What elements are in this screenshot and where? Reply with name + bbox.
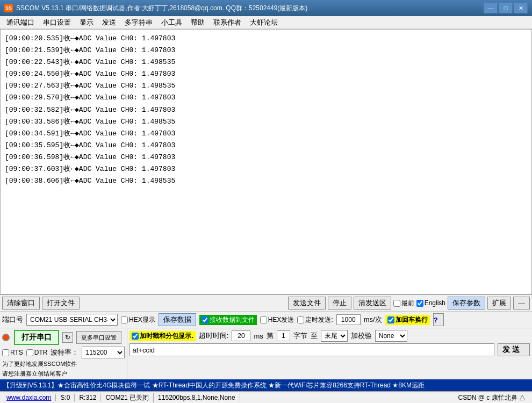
log-line: [09:00:29.570]收←◆ADC Value CH0: 1.497803 bbox=[5, 92, 527, 104]
window-controls: — □ ✕ bbox=[484, 3, 528, 13]
info-row2: 请您注册嘉立创结尾客户 bbox=[2, 370, 125, 378]
last-checkbox[interactable] bbox=[393, 300, 400, 307]
more-ports-button[interactable]: 更多串口设置 bbox=[76, 331, 121, 344]
ticker-text: 【升级到V5.13.1】★合宙高性价比4G模块值得一试 ★RT-Thread中国… bbox=[3, 381, 425, 390]
log-line: [09:00:36.598]收←◆ADC Value CH0: 1.497803 bbox=[5, 152, 527, 163]
save-params-button[interactable]: 保存参数 bbox=[448, 297, 485, 310]
bottom-panel: 清除窗口 打开文件 发送文件 停止 清发送区 最前 English 保存参数 扩… bbox=[0, 294, 532, 379]
toolbar-row2: 端口号 COM21 USB-SERIAL CH340 HEX显示 保存数据 接收… bbox=[0, 312, 532, 328]
baud-info: 115200bps,8,1,None,None bbox=[154, 394, 240, 401]
refresh-button[interactable]: ↻ bbox=[62, 332, 73, 343]
log-line: [09:00:38.606]收←◆ADC Value CH0: 1.498535 bbox=[5, 175, 527, 187]
open-port-row: 打开串口 ↻ 更多串口设置 bbox=[2, 330, 125, 345]
receive-to-file-checkbox[interactable] bbox=[202, 316, 209, 323]
baud-select[interactable]: 115200 bbox=[82, 347, 125, 358]
expand-button[interactable]: 扩展 bbox=[487, 297, 511, 310]
timeout-input[interactable] bbox=[232, 330, 250, 341]
menu-display[interactable]: 显示 bbox=[75, 17, 98, 28]
open-port-button[interactable]: 打开串口 bbox=[14, 330, 59, 345]
send-button[interactable]: 发 送 bbox=[498, 343, 530, 356]
csdn-info: CSDN @ c 康忙北鼻 △ bbox=[454, 393, 530, 402]
menu-communication-port[interactable]: 通讯端口 bbox=[2, 17, 39, 28]
timestamp-checkbox[interactable] bbox=[132, 333, 139, 340]
port-label: 端口号 bbox=[2, 315, 23, 325]
timestamp-row: 加时戳和分包显示. 超时时间: ms 第 字节 至 末尾 加校验 None bbox=[130, 330, 530, 342]
collapse-button[interactable]: — bbox=[513, 297, 530, 310]
byte-unit-label: 字节 bbox=[293, 331, 307, 341]
menu-bar: 通讯端口 串口设置 显示 发送 多字符串 小工具 帮助 联系作者 大虾论坛 bbox=[0, 16, 532, 29]
timed-send-checkbox[interactable] bbox=[297, 316, 304, 323]
menu-multi-string[interactable]: 多字符串 bbox=[120, 17, 157, 28]
rts-label[interactable]: RTS bbox=[2, 349, 23, 356]
port-select[interactable]: COM21 USB-SERIAL CH340 bbox=[26, 314, 118, 326]
log-line: [09:00:37.603]收←◆ADC Value CH0: 1.497803 bbox=[5, 163, 527, 175]
info-text2: 请您注册嘉立创结尾客户 bbox=[2, 370, 67, 378]
maximize-button[interactable]: □ bbox=[499, 3, 513, 13]
s-count: S:0 bbox=[56, 394, 75, 401]
dtr-checkbox[interactable] bbox=[26, 349, 33, 356]
rts-checkbox[interactable] bbox=[2, 349, 9, 356]
close-button[interactable]: ✕ bbox=[514, 3, 528, 13]
menu-contact[interactable]: 联系作者 bbox=[209, 17, 246, 28]
timestamp-label[interactable]: 加时戳和分包显示. bbox=[130, 331, 195, 341]
send-controls: 加时戳和分包显示. 超时时间: ms 第 字节 至 末尾 加校验 None bbox=[127, 328, 532, 379]
last-checkbox-label[interactable]: 最前 bbox=[393, 299, 414, 308]
checksum-label: 加校验 bbox=[351, 331, 372, 341]
menu-help[interactable]: 帮助 bbox=[186, 17, 209, 28]
baud-label: 波特率： bbox=[51, 348, 78, 357]
end-select[interactable]: 末尾 bbox=[321, 330, 348, 342]
log-line: [09:00:35.595]收←◆ADC Value CH0: 1.497803 bbox=[5, 140, 527, 152]
log-line: [09:00:22.543]收←◆ADC Value CH0: 1.498535 bbox=[5, 56, 527, 68]
main-content: [09:00:20.535]收←◆ADC Value CH0: 1.497803… bbox=[0, 29, 532, 403]
send-input[interactable] bbox=[130, 343, 494, 356]
port-controls: 打开串口 ↻ 更多串口设置 RTS DTR 波特率： 115200 bbox=[0, 328, 127, 379]
log-line: [09:00:27.563]收←◆ADC Value CH0: 1.498535 bbox=[5, 80, 527, 92]
save-data-button[interactable]: 保存数据 bbox=[159, 313, 196, 326]
byte-num-input[interactable] bbox=[277, 330, 290, 341]
stop-button[interactable]: 停止 bbox=[328, 297, 351, 310]
log-line: [09:00:33.586]收←◆ADC Value CH0: 1.498535 bbox=[5, 116, 527, 128]
timed-interval-input[interactable] bbox=[336, 314, 361, 325]
timeout-unit-label: ms bbox=[254, 332, 263, 340]
add-crlf-checkbox[interactable] bbox=[387, 316, 394, 323]
menu-send[interactable]: 发送 bbox=[98, 17, 120, 28]
help-button[interactable]: ? bbox=[433, 313, 444, 326]
english-checkbox-label[interactable]: English bbox=[416, 299, 445, 307]
dtr-label[interactable]: DTR bbox=[26, 349, 48, 356]
receive-to-file-label[interactable]: 接收数据到文件 bbox=[199, 315, 257, 325]
open-file-button[interactable]: 打开文件 bbox=[42, 297, 80, 310]
timeout-label: 超时时间: bbox=[199, 331, 229, 341]
toolbar-row3-combined: 打开串口 ↻ 更多串口设置 RTS DTR 波特率： 115200 bbox=[0, 328, 532, 379]
log-line: [09:00:34.591]收←◆ADC Value CH0: 1.497803 bbox=[5, 128, 527, 140]
title-text: SSCOM V5.13.1 串口/网络数据调试器,作者:大虾丁丁,2618058… bbox=[16, 4, 484, 13]
hex-display-label[interactable]: HEX显示 bbox=[121, 315, 155, 325]
english-checkbox[interactable] bbox=[416, 300, 423, 307]
log-line: [09:00:24.550]收←◆ADC Value CH0: 1.497803 bbox=[5, 68, 527, 80]
timed-send-label[interactable]: 定时发送: bbox=[297, 315, 333, 325]
log-line: [09:00:20.535]收←◆ADC Value CH0: 1.497803 bbox=[5, 33, 527, 45]
send-file-button[interactable]: 发送文件 bbox=[288, 297, 326, 310]
clear-window-button[interactable]: 清除窗口 bbox=[2, 297, 40, 310]
to-label: 至 bbox=[311, 331, 318, 341]
hex-send-label[interactable]: HEX发送 bbox=[260, 315, 294, 325]
log-line: [09:00:32.582]收←◆ADC Value CH0: 1.497803 bbox=[5, 104, 527, 116]
port-status-indicator bbox=[2, 334, 10, 341]
menu-forum[interactable]: 大虾论坛 bbox=[246, 17, 282, 28]
info-row: 为了更好地发展SSCOM软件 bbox=[2, 360, 125, 368]
send-row: 发 送 bbox=[130, 343, 530, 356]
website-link[interactable]: www.daxia.com bbox=[2, 394, 56, 401]
log-area[interactable]: [09:00:20.535]收←◆ADC Value CH0: 1.497803… bbox=[0, 29, 532, 294]
clear-send-button[interactable]: 清发送区 bbox=[354, 297, 391, 310]
log-line: [09:00:21.539]收←◆ADC Value CH0: 1.497803 bbox=[5, 45, 527, 56]
menu-serial-settings[interactable]: 串口设置 bbox=[39, 17, 75, 28]
minimize-button[interactable]: — bbox=[484, 3, 498, 13]
byte-label: 第 bbox=[267, 331, 274, 341]
toolbar-row1: 清除窗口 打开文件 发送文件 停止 清发送区 最前 English 保存参数 扩… bbox=[0, 295, 532, 312]
checksum-select[interactable]: None bbox=[375, 330, 407, 342]
hex-display-checkbox[interactable] bbox=[121, 316, 128, 323]
menu-tools[interactable]: 小工具 bbox=[157, 17, 186, 28]
hex-send-checkbox[interactable] bbox=[260, 316, 267, 323]
info-text: 为了更好地发展SSCOM软件 bbox=[2, 360, 77, 368]
add-crlf-label[interactable]: 加回车换行 bbox=[385, 315, 430, 325]
rts-dtr-row: RTS DTR 波特率： 115200 bbox=[2, 347, 125, 358]
